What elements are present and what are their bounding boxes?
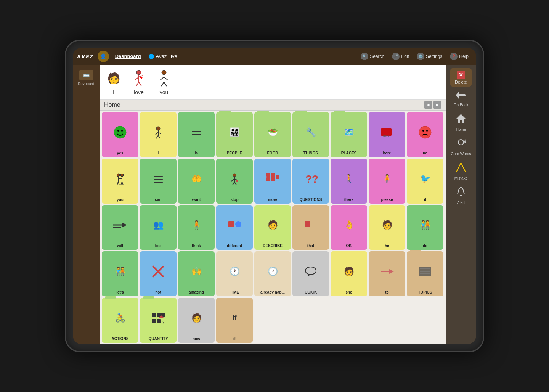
svg-rect-40	[154, 182, 163, 183]
settings-btn[interactable]: ⚙️ Settings	[414, 51, 445, 61]
svg-point-80	[458, 140, 464, 145]
cell-icon-things: 🔧	[293, 114, 328, 151]
cell-label-more: more	[268, 198, 277, 202]
grid-cell-questions[interactable]: ?? QUESTIONS	[292, 159, 329, 204]
word-i-text: I	[113, 89, 114, 95]
svg-line-35	[118, 182, 119, 185]
grid-cell-people[interactable]: 👨‍👩‍👧‍👦 PEOPLE	[216, 112, 253, 157]
grid-cell-feel[interactable]: 👥 feel	[140, 205, 177, 250]
grid-cell-he[interactable]: 🧑 he	[369, 205, 405, 250]
grid-cell-will[interactable]: will	[102, 205, 138, 250]
grid-cell-places[interactable]: 🗺️ PLACES	[331, 112, 367, 157]
word-you-icon	[154, 69, 173, 88]
grid-cell-please[interactable]: 🧍 please	[369, 159, 405, 204]
avaz-live-btn[interactable]: Avaz Live	[145, 52, 181, 61]
grid-cell-amazing[interactable]: 🙌 amazing	[178, 251, 215, 296]
grid-cell-ok[interactable]: 👌 OK	[331, 205, 367, 250]
grid-cell-different[interactable]: different	[216, 205, 253, 250]
core-words-btn[interactable]: ) ) Core Words	[449, 136, 472, 157]
grid-cell-think[interactable]: 🧍 think	[178, 205, 215, 250]
grid-cell-lets[interactable]: 🧑‍🤝‍🧑 let's	[102, 251, 138, 296]
grid-cell-can[interactable]: can	[140, 159, 177, 204]
grid-cell-actions[interactable]: 🚴 ACTIONS	[102, 298, 138, 343]
keyboard-btn[interactable]: ⌨️ Keyboard	[77, 68, 96, 87]
center-area: 🧑 I	[100, 65, 446, 344]
svg-rect-71	[157, 313, 161, 317]
cell-icon-there: 🚶	[331, 160, 366, 198]
grid-cell-not[interactable]: not	[140, 251, 177, 296]
svg-marker-79	[456, 114, 466, 123]
grid-cell-you[interactable]: you	[102, 159, 138, 204]
cell-label-things: THINGS	[303, 151, 318, 156]
grid-cell-that[interactable]: that	[292, 205, 329, 250]
cell-label-can: can	[155, 198, 161, 202]
svg-rect-45	[236, 180, 238, 182]
grid-cell-she[interactable]: 🧑 she	[331, 251, 367, 296]
cell-icon-actions: 🚴	[103, 299, 138, 337]
svg-line-5	[139, 82, 141, 86]
grid-cell-topics[interactable]: TOPICS	[407, 251, 443, 296]
word-love-text: love	[134, 89, 144, 95]
settings-icon: ⚙️	[417, 53, 424, 60]
svg-rect-70	[152, 313, 156, 317]
top-nav: avaz 👤 Dashboard Avaz Live 🔍 Search 🎤 Ed…	[73, 48, 476, 65]
alert-btn[interactable]: Alert	[455, 185, 467, 206]
cell-icon-is	[179, 114, 214, 151]
help-btn[interactable]: ❓ Help	[447, 51, 472, 61]
grid-cell-here[interactable]: here here	[369, 112, 405, 157]
grid-cell-describe[interactable]: 🧑 DESCRIBE	[254, 205, 291, 250]
svg-point-7	[162, 70, 166, 75]
grid-cell-more[interactable]: more	[254, 159, 291, 204]
cell-icon-will	[103, 207, 138, 244]
grid-cell-want[interactable]: 🤲 want	[178, 159, 215, 204]
cell-icon-food: 🥗	[255, 114, 290, 151]
grid-cell-food[interactable]: 🥗 FOOD	[254, 112, 291, 157]
mistake-btn[interactable]: ! Mistake	[453, 161, 469, 182]
grid-cell-yes[interactable]: yes	[102, 112, 138, 157]
home-btn[interactable]: Home	[454, 112, 468, 133]
cell-icon-that	[293, 207, 328, 244]
cell-label-want: want	[192, 198, 201, 202]
prev-arrow[interactable]: ◄	[424, 101, 432, 109]
grid-cell-time[interactable]: 🕐 TIME	[216, 251, 253, 296]
grid-cell-there[interactable]: 🚶 there	[331, 159, 367, 204]
grid-cell-things[interactable]: 🔧 THINGS	[292, 112, 329, 157]
grid-cell-is[interactable]: is	[178, 112, 215, 157]
core-words-label: Core Words	[451, 152, 471, 156]
cell-label-i: I	[158, 151, 159, 156]
grid-cell-stop[interactable]: stop	[216, 159, 253, 204]
svg-point-15	[121, 130, 123, 132]
cell-label-to: to	[385, 290, 388, 295]
user-avatar: 👤	[98, 51, 109, 62]
svg-point-26	[419, 126, 431, 138]
cell-label-food: FOOD	[267, 151, 278, 156]
delete-btn[interactable]: ✕ Delete	[450, 68, 472, 87]
next-arrow[interactable]: ►	[433, 101, 441, 109]
grid-cell-i[interactable]: I	[140, 112, 177, 157]
cell-label-here: here	[383, 151, 391, 156]
grid-cell-if[interactable]: if if	[216, 298, 253, 343]
grid-cell-now[interactable]: 🧑 now	[178, 298, 215, 343]
grid-cell-it[interactable]: 🐦 it	[407, 159, 443, 204]
edit-btn[interactable]: 🎤 Edit	[389, 51, 412, 61]
grid-cell-no[interactable]: no	[407, 112, 443, 157]
left-sidebar: ⌨️ Keyboard	[73, 65, 100, 344]
core-words-icon: ) )	[456, 138, 466, 151]
grid-cell-already[interactable]: 🕐 already hap...	[254, 251, 291, 296]
cell-label-no: no	[423, 151, 427, 156]
cell-label-that: that	[307, 244, 314, 248]
tablet-screen: avaz 👤 Dashboard Avaz Live 🔍 Search 🎤 Ed…	[73, 48, 476, 344]
grid-cell-quantity[interactable]: ? QUANTITY	[140, 298, 177, 343]
search-btn[interactable]: 🔍 Search	[358, 51, 387, 61]
grid-cell-do[interactable]: 🧑‍🤝‍🧑 do	[407, 205, 443, 250]
grid-cell-to[interactable]: to	[369, 251, 405, 296]
sentence-word-i: 🧑 I	[104, 69, 123, 95]
alert-icon	[457, 186, 465, 199]
dashboard-btn[interactable]: Dashboard	[111, 52, 145, 61]
cell-icon-quick	[293, 253, 328, 290]
svg-rect-39	[154, 179, 163, 180]
right-sidebar: ✕ Delete Go Back Home	[446, 65, 476, 344]
cell-icon-it: 🐦	[408, 160, 443, 198]
go-back-btn[interactable]: Go Back	[452, 90, 470, 109]
grid-cell-quick[interactable]: QUICK	[292, 251, 329, 296]
